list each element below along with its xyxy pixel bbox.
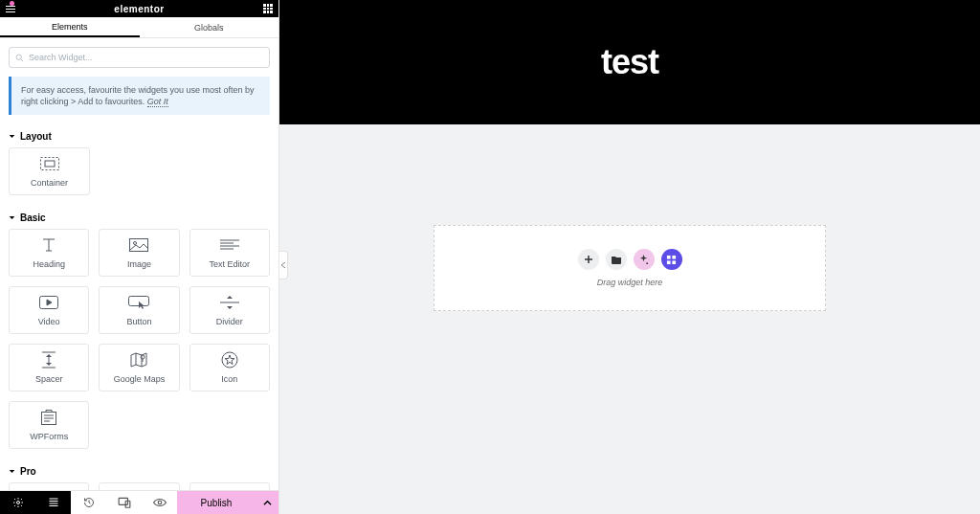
brand-label: elementor [15,4,263,14]
widget-dropzone[interactable]: Drag widget here [434,225,826,311]
svg-line-1 [21,58,23,60]
svg-rect-30 [672,255,676,258]
widget-wpforms[interactable]: WPForms [9,401,89,449]
widget-label: Image [127,259,151,269]
ai-button[interactable] [634,249,655,270]
section-head-layout[interactable]: Layout [0,123,278,147]
widget-label: Google Maps [114,374,166,384]
svg-point-0 [16,55,21,59]
widget-container[interactable]: Container [9,147,90,195]
widget-label: Icon [221,374,237,384]
section-title: Layout [20,131,52,142]
divider-icon [220,294,239,311]
search-input[interactable] [29,53,263,62]
container-presets-button[interactable] [661,249,682,270]
panel-footer: Publish [0,490,278,514]
map-icon [130,351,147,369]
widget-label: Spacer [35,374,63,384]
widget-pro-placeholder[interactable] [9,482,89,490]
page-title: test [601,42,658,82]
widget-label: Heading [33,259,65,269]
hint-text: For easy access, favourite the widgets y… [21,85,255,106]
chevron-left-icon [280,261,286,269]
widget-video[interactable]: Video [9,286,89,334]
svg-rect-2 [40,158,58,170]
tab-elements[interactable]: Elements [0,17,140,37]
image-icon [129,236,148,254]
hint-dismiss-link[interactable]: Got It [147,97,168,107]
text-editor-icon [220,236,239,254]
caret-down-icon [9,468,15,475]
svg-point-24 [16,502,19,504]
svg-rect-29 [667,255,671,258]
dropzone-hint: Drag widget here [597,278,663,287]
section-title: Pro [20,466,36,477]
svg-rect-3 [45,161,55,167]
layout-icon [666,255,677,265]
hamburger-menu-icon[interactable] [6,6,15,12]
panel-tabs: Elements Globals [0,17,278,38]
widget-label: Container [31,178,68,188]
svg-point-5 [134,242,137,245]
favourites-hint: For easy access, favourite the widgets y… [9,77,270,115]
caret-down-icon [9,133,15,140]
widget-pro-placeholder[interactable] [189,482,270,490]
section-head-pro[interactable]: Pro [0,458,278,482]
section-title: Basic [20,212,46,223]
editor-panel: elementor Elements Globals For easy acce… [0,0,279,514]
tab-globals[interactable]: Globals [140,17,279,37]
widget-heading[interactable]: Heading [9,229,89,277]
svg-rect-31 [667,260,671,264]
widget-label: WPForms [30,432,68,441]
search-icon [15,54,24,62]
heading-icon [40,236,57,254]
caret-down-icon [9,214,15,221]
widget-divider[interactable]: Divider [189,286,270,334]
widget-spacer[interactable]: Spacer [9,344,89,391]
dropzone-actions [578,249,682,270]
widget-pro-placeholder[interactable] [99,482,179,490]
editor-canvas: test Drag widget here [279,0,980,514]
widget-label: Button [126,317,151,326]
panel-collapse-handle[interactable] [279,251,288,279]
widget-label: Text Editor [210,259,251,269]
publish-options-button[interactable] [256,491,278,514]
page-hero: test [279,0,980,124]
history-button[interactable] [71,491,106,514]
svg-point-28 [646,262,648,264]
widget-google-maps[interactable]: Google Maps [99,344,179,391]
svg-point-27 [158,501,162,504]
responsive-button[interactable] [106,491,142,514]
notification-dot-icon [10,1,14,6]
widget-image[interactable]: Image [99,229,179,277]
settings-button[interactable] [0,491,35,514]
folder-icon [612,256,621,264]
widget-label: Video [38,317,60,326]
widget-label: Divider [216,317,243,326]
apps-grid-icon[interactable] [263,4,273,13]
section-head-basic[interactable]: Basic [0,205,278,229]
button-icon [128,294,149,311]
widget-button[interactable]: Button [99,286,179,334]
search-widget-box[interactable] [9,47,270,68]
preview-button[interactable] [142,491,177,514]
sparkle-icon [638,255,649,265]
navigator-button[interactable] [35,491,71,514]
widget-text-editor[interactable]: Text Editor [189,229,270,277]
chevron-up-icon [263,499,272,507]
container-icon [40,155,59,172]
svg-rect-32 [672,260,676,264]
panel-topbar: elementor [0,0,278,17]
form-icon [41,409,56,426]
add-section-button[interactable] [578,249,599,270]
publish-button[interactable]: Publish [177,491,256,514]
widget-icon[interactable]: Icon [189,344,270,391]
template-library-button[interactable] [606,249,627,270]
video-icon [39,294,58,311]
star-circle-icon [221,351,238,369]
plus-icon [584,255,593,264]
spacer-icon [42,351,56,369]
